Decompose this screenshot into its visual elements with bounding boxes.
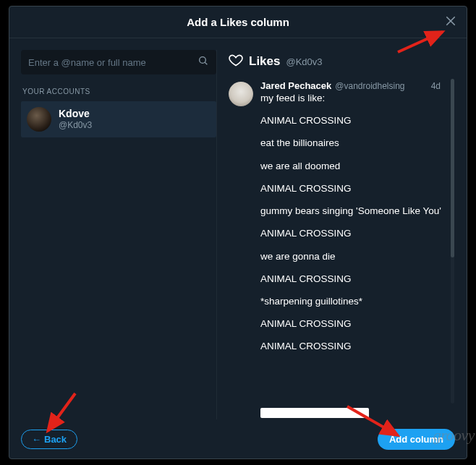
preview-panel: Likes @Kd0v3 Jared Pechacek @vandroidhel… xyxy=(216,50,455,419)
account-name: Kdove xyxy=(59,108,92,120)
modal-footer: ← Back Add column xyxy=(9,419,467,458)
add-column-modal: Add a Likes column YOUR ACCOUNTS Kdove @… xyxy=(9,6,467,459)
modal-title: Add a Likes column xyxy=(187,16,289,28)
text-selection xyxy=(260,408,369,418)
tweet-line: my feed is like: xyxy=(260,92,443,105)
tweet-line: we are gonna die xyxy=(260,250,443,263)
tweet[interactable]: Jared Pechacek @vandroidhelsing 4d my fe… xyxy=(229,77,451,357)
column-title: Likes xyxy=(249,54,280,69)
feed[interactable]: Jared Pechacek @vandroidhelsing 4d my fe… xyxy=(217,77,455,419)
accounts-section-label: YOUR ACCOUNTS xyxy=(21,88,216,95)
back-button[interactable]: ← Back xyxy=(21,430,77,449)
tweet-line: ANIMAL CROSSING xyxy=(260,227,443,240)
close-button[interactable] xyxy=(442,14,459,31)
tweet-line: ANIMAL CROSSING xyxy=(260,182,443,195)
modal-body: YOUR ACCOUNTS Kdove @Kd0v3 Likes @Kd0v3 xyxy=(9,38,467,419)
account-text: Kdove @Kd0v3 xyxy=(59,108,92,130)
tweet-avatar xyxy=(229,82,253,106)
arrow-left-icon: ← xyxy=(32,434,41,445)
account-handle: @Kd0v3 xyxy=(59,120,92,130)
search-input[interactable] xyxy=(28,57,197,68)
tweet-handle: @vandroidhelsing xyxy=(335,81,404,91)
column-header: Likes @Kd0v3 xyxy=(217,50,455,77)
tweet-line: ANIMAL CROSSING xyxy=(260,114,443,127)
tweet-author: Jared Pechacek xyxy=(260,80,331,91)
modal-header: Add a Likes column xyxy=(9,7,467,38)
avatar xyxy=(27,107,51,132)
search-icon xyxy=(197,55,209,69)
tweet-line: *sharpening guillotines* xyxy=(260,295,443,308)
heart-icon xyxy=(229,53,243,70)
scrollbar[interactable] xyxy=(451,79,454,404)
close-icon xyxy=(444,14,457,30)
tweet-line: ANIMAL CROSSING xyxy=(260,273,443,286)
tweet-body: Jared Pechacek @vandroidhelsing 4d my fe… xyxy=(260,80,443,354)
search-box[interactable] xyxy=(21,50,216,74)
scrollbar-thumb[interactable] xyxy=(451,79,454,257)
tweet-time: 4d xyxy=(431,81,443,91)
tweet-line: gummy bears singing 'Someone Like You' xyxy=(260,205,443,218)
tweet-line: ANIMAL CROSSING xyxy=(260,340,443,353)
add-column-button[interactable]: Add column xyxy=(378,429,455,450)
tweet-line: we are all doomed xyxy=(260,160,443,173)
svg-line-3 xyxy=(205,62,207,64)
svg-point-2 xyxy=(200,57,206,64)
tweet-header: Jared Pechacek @vandroidhelsing 4d xyxy=(260,80,443,91)
left-panel: YOUR ACCOUNTS Kdove @Kd0v3 xyxy=(21,50,216,419)
column-handle: @Kd0v3 xyxy=(286,56,322,67)
account-item[interactable]: Kdove @Kd0v3 xyxy=(21,101,216,137)
tweet-line: eat the billionaires xyxy=(260,137,443,150)
back-button-label: Back xyxy=(44,434,67,445)
tweet-text: my feed is like:ANIMAL CROSSINGeat the b… xyxy=(260,92,443,354)
tweet-line: ANIMAL CROSSING xyxy=(260,317,443,330)
